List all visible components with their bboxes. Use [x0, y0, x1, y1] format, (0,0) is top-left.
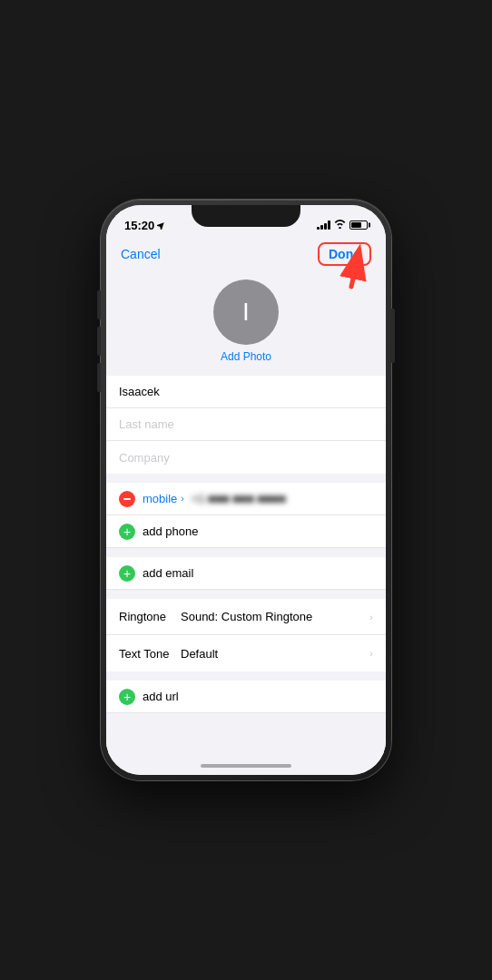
photo-section: I Add Photo: [106, 270, 386, 376]
phone-section: mobile › +1 ■■■ ■■■ ■■■■ + add phone: [106, 483, 386, 548]
add-url-label[interactable]: add url: [143, 690, 179, 703]
tone-section: Ringtone Sound: Custom Ringtone › Text T…: [106, 599, 386, 671]
phone-type-chevron-icon: ›: [181, 494, 183, 504]
section-gap-4: [106, 671, 386, 681]
phone-type-label[interactable]: mobile: [143, 492, 177, 505]
text-tone-title: Text Tone: [119, 647, 175, 661]
add-phone-button[interactable]: +: [119, 524, 135, 540]
ringtone-value: Sound: Custom Ringtone: [181, 610, 312, 623]
phone-screen: 15:20: [106, 205, 386, 775]
section-gap-5: [106, 713, 386, 722]
company-input[interactable]: [119, 451, 373, 465]
section-gap-1: [106, 474, 386, 483]
screen-content: 15:20: [106, 205, 386, 775]
add-phone-label[interactable]: add phone: [143, 524, 198, 538]
ringtone-chevron-icon: ›: [369, 612, 373, 622]
section-gap-3: [106, 590, 386, 599]
last-name-row: [106, 408, 386, 441]
ringtone-left: Ringtone Sound: Custom Ringtone: [119, 610, 312, 623]
last-name-input[interactable]: [119, 417, 373, 431]
home-indicator: [106, 757, 386, 775]
company-row: [106, 441, 386, 474]
url-section: + add url: [106, 681, 386, 713]
add-url-button[interactable]: +: [119, 689, 135, 705]
add-email-button[interactable]: +: [119, 565, 135, 582]
status-time: 15:20: [124, 219, 165, 232]
home-bar: [201, 764, 291, 768]
add-email-label[interactable]: add email: [143, 566, 193, 580]
battery-icon: [349, 220, 368, 230]
avatar-initial: I: [242, 298, 250, 327]
phone-frame: 15:20: [101, 200, 391, 780]
text-tone-row[interactable]: Text Tone Default ›: [106, 635, 386, 671]
email-section: + add email: [106, 557, 386, 590]
location-arrow-icon: [157, 221, 165, 230]
first-name-row: [106, 376, 386, 408]
notch: [192, 205, 300, 227]
signal-icon: [317, 220, 330, 230]
ringtone-row[interactable]: Ringtone Sound: Custom Ringtone ›: [106, 599, 386, 635]
remove-phone-button[interactable]: [119, 491, 135, 507]
ringtone-title: Ringtone: [119, 610, 175, 623]
add-url-row: + add url: [106, 681, 386, 713]
phone-row: mobile › +1 ■■■ ■■■ ■■■■: [106, 483, 386, 515]
form-content: mobile › +1 ■■■ ■■■ ■■■■ + add phone + a…: [106, 376, 386, 757]
nav-bar: Cancel Done: [106, 238, 386, 270]
section-gap-2: [106, 548, 386, 557]
status-icons: [317, 220, 368, 230]
add-photo-button[interactable]: Add Photo: [221, 350, 271, 363]
cancel-button[interactable]: Cancel: [121, 247, 161, 261]
phone-number-display[interactable]: +1 ■■■ ■■■ ■■■■: [192, 492, 373, 505]
done-button[interactable]: Done: [318, 242, 371, 266]
avatar[interactable]: I: [213, 279, 279, 345]
first-name-input[interactable]: [119, 385, 373, 398]
text-tone-value: Default: [181, 647, 218, 661]
name-section: [106, 376, 386, 474]
text-tone-chevron-icon: ›: [369, 648, 373, 659]
add-phone-row: + add phone: [106, 515, 386, 548]
time-display: 15:20: [124, 219, 154, 232]
text-tone-left: Text Tone Default: [119, 647, 218, 661]
add-email-row: + add email: [106, 557, 386, 590]
wifi-icon: [334, 220, 346, 230]
